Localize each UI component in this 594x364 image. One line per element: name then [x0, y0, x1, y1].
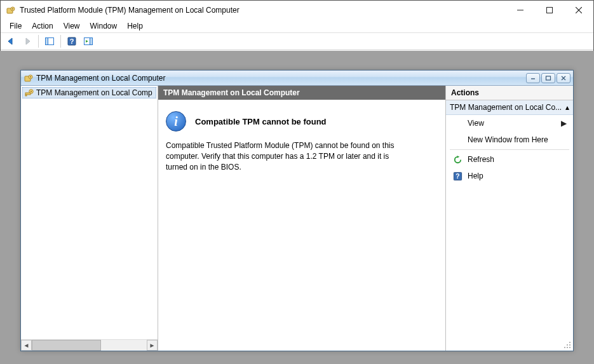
info-icon: i [166, 111, 186, 131]
menu-window[interactable]: Window [85, 20, 123, 32]
svg-rect-8 [46, 38, 48, 45]
forward-button[interactable] [20, 34, 35, 49]
svg-text:?: ? [70, 37, 74, 45]
svg-rect-23 [25, 95, 27, 96]
svg-rect-12 [90, 38, 93, 45]
actions-section-header[interactable]: TPM Management on Local Co... ▴ [446, 100, 573, 115]
refresh-icon [452, 154, 462, 165]
scroll-right-icon[interactable]: ► [147, 340, 158, 351]
child-minimize-button[interactable] [526, 73, 540, 83]
svg-point-15 [30, 76, 31, 77]
svg-point-28 [569, 344, 570, 346]
action-new-window[interactable]: New Window from Here [446, 131, 573, 148]
window-controls [506, 1, 593, 20]
collapse-up-icon: ▴ [565, 103, 569, 112]
content-body: i Compatible TPM cannot be found Compati… [158, 100, 445, 351]
action-help[interactable]: ? Help [446, 168, 573, 184]
tpm-app-icon [6, 5, 16, 15]
tpm-key-icon [24, 73, 34, 83]
tree-item-tpm-root[interactable]: TPM Management on Local Comp [22, 87, 156, 98]
toolbar: ? [1, 32, 593, 50]
info-row: i Compatible TPM cannot be found [166, 111, 438, 131]
action-help-label: Help [468, 172, 483, 180]
tree-panel: TPM Management on Local Comp ◄ ► [21, 86, 158, 351]
help-icon: ? [452, 171, 462, 181]
divider [450, 149, 569, 150]
menu-file[interactable]: File [4, 20, 27, 32]
child-maximize-button[interactable] [541, 73, 555, 83]
svg-text:?: ? [456, 173, 459, 180]
svg-point-27 [567, 344, 568, 346]
scroll-left-icon[interactable]: ◄ [21, 340, 32, 351]
tree-item-label: TPM Management on Local Comp [36, 88, 152, 97]
svg-rect-4 [547, 8, 553, 13]
scroll-thumb[interactable] [32, 340, 101, 351]
blank-icon [452, 118, 462, 128]
svg-point-31 [569, 347, 570, 348]
action-view-label: View [468, 119, 556, 128]
svg-point-26 [569, 342, 570, 343]
info-text: Compatible Trusted Platform Module (TPM)… [166, 140, 407, 172]
tpm-key-icon [24, 88, 34, 98]
toolbar-separator [60, 35, 61, 48]
menu-help[interactable]: Help [122, 20, 148, 32]
tree-content: TPM Management on Local Comp [21, 86, 158, 339]
svg-point-2 [12, 8, 13, 10]
blank-icon [452, 135, 462, 145]
show-hide-action-pane-button[interactable] [81, 34, 96, 49]
content-panel: TPM Management on Local Computer i Compa… [158, 86, 446, 351]
window-title: Trusted Platform Module (TPM) Management… [20, 6, 506, 15]
chevron-right-icon: ▶ [561, 119, 567, 128]
svg-point-21 [30, 91, 32, 92]
menu-view[interactable]: View [58, 20, 85, 32]
child-window: TPM Management on Local Computer TPM Man… [20, 70, 574, 351]
menu-action[interactable]: Action [27, 20, 58, 32]
svg-rect-17 [546, 76, 551, 80]
actions-panel: Actions TPM Management on Local Co... ▴ … [446, 86, 573, 351]
content-heading: TPM Management on Local Computer [158, 86, 445, 100]
menubar: File Action View Window Help [1, 20, 593, 32]
mdi-workspace: TPM Management on Local Computer TPM Man… [0, 51, 594, 364]
show-hide-tree-button[interactable] [42, 34, 57, 49]
action-view[interactable]: View ▶ [446, 115, 573, 131]
child-titlebar: TPM Management on Local Computer [21, 71, 573, 86]
titlebar: Trusted Platform Module (TPM) Management… [1, 1, 593, 20]
svg-point-29 [564, 347, 565, 348]
info-title: Compatible TPM cannot be found [195, 117, 327, 126]
tree-horizontal-scrollbar[interactable]: ◄ ► [21, 339, 158, 351]
child-window-controls [526, 73, 570, 83]
close-button[interactable] [564, 1, 593, 20]
toolbar-separator [38, 35, 39, 48]
actions-section-title-text: TPM Management on Local Co... [450, 103, 562, 112]
action-refresh-label: Refresh [468, 155, 494, 164]
child-close-button[interactable] [557, 73, 570, 83]
resize-grip-icon[interactable] [562, 340, 571, 349]
child-window-title: TPM Management on Local Computer [36, 74, 526, 83]
back-button[interactable] [3, 34, 18, 49]
help-button[interactable]: ? [64, 34, 79, 49]
svg-point-30 [567, 347, 568, 348]
child-body: TPM Management on Local Comp ◄ ► TPM Man… [21, 86, 573, 351]
scroll-track[interactable] [32, 340, 147, 351]
maximize-button[interactable] [535, 1, 564, 20]
actions-panel-title: Actions [446, 86, 573, 100]
action-new-window-label: New Window from Here [468, 135, 548, 144]
action-refresh[interactable]: Refresh [446, 151, 573, 168]
minimize-button[interactable] [506, 1, 535, 20]
